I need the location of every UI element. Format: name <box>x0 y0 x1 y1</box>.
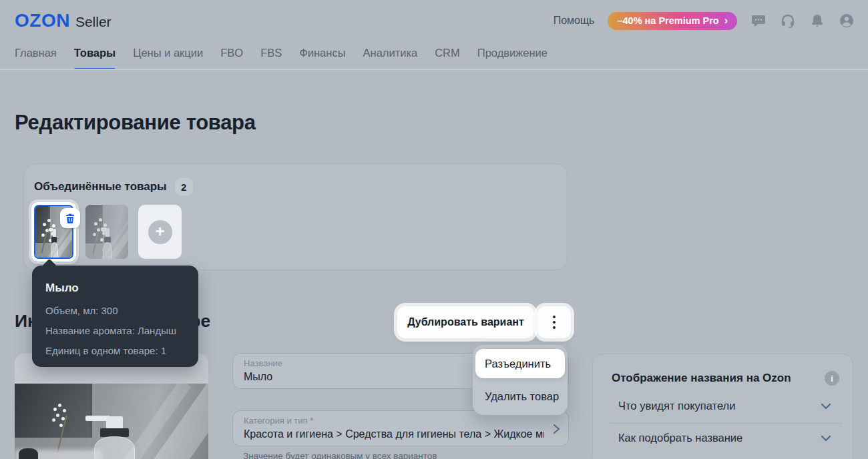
tooltip-attribute: Название аромата: Ландыш <box>45 321 185 341</box>
top-header: OZON Seller Помощь –40% на Premium Pro › <box>0 0 868 41</box>
chat-icon[interactable] <box>750 13 767 29</box>
product-photo-large <box>15 384 208 459</box>
panel-title: Отображение названия на Ozon <box>612 372 791 385</box>
merged-products-count-badge: 2 <box>175 178 193 195</box>
add-variant-tile[interactable]: + <box>138 205 182 259</box>
nav-divider <box>0 69 868 70</box>
ozon-seller-page: OZON Seller Помощь –40% на Premium Pro › <box>0 0 868 459</box>
tooltip-product-name: Мыло <box>45 282 185 295</box>
panel-divider <box>610 423 842 424</box>
merged-products-card: Объединённые товары 2 + <box>23 163 568 270</box>
chevron-right-icon: › <box>724 15 728 27</box>
main-nav: Главная Товары Цены и акции FBO FBS Фина… <box>15 41 548 69</box>
nav-item-prodvizhenie[interactable]: Продвижение <box>477 41 548 69</box>
nav-item-finansy[interactable]: Финансы <box>299 41 345 69</box>
name-field-label: Название <box>244 358 282 368</box>
accordion-how-to-choose-name[interactable]: Как подобрать название <box>618 432 831 444</box>
ozon-logo-text: OZON <box>15 10 70 31</box>
kebab-menu-button[interactable] <box>537 306 571 338</box>
accordion-label: Как подобрать название <box>618 432 742 444</box>
promo-label: –40% на Premium Pro <box>617 15 718 26</box>
profile-avatar-icon[interactable] <box>839 13 855 29</box>
seller-logo-text: Seller <box>75 14 112 30</box>
page-title: Редактирование товара <box>15 111 256 135</box>
variant-actions-menu: Разъединить Удалить товар <box>473 345 568 415</box>
category-field[interactable]: Категория и тип * Красота и гигиена > Ср… <box>232 410 569 446</box>
variant-info-tooltip: Мыло Объем, мл: 300 Название аромата: Ла… <box>32 266 198 367</box>
nav-item-crm[interactable]: CRM <box>435 41 460 69</box>
notifications-bell-icon[interactable] <box>809 13 825 29</box>
menu-item-delete-product[interactable]: Удалить товар <box>485 390 559 403</box>
category-field-hint: Значение будет одинаковым у всех вариант… <box>243 451 437 459</box>
nav-item-glavnaya[interactable]: Главная <box>15 41 57 69</box>
kebab-icon <box>553 316 556 318</box>
product-photo-card[interactable] <box>15 354 208 459</box>
product-variant-thumbnail[interactable] <box>85 205 128 259</box>
name-display-panel: Отображение названия на Ozon i Что увидя… <box>592 354 853 459</box>
trash-icon <box>65 213 75 223</box>
nav-item-analitika[interactable]: Аналитика <box>363 41 418 69</box>
duplicate-variant-button[interactable]: Дублировать вариант <box>397 306 534 338</box>
nav-item-tovary[interactable]: Товары <box>74 41 116 69</box>
chevron-right-icon <box>551 422 562 438</box>
accordion-what-buyers-see[interactable]: Что увидят покупатели <box>618 400 831 412</box>
info-icon[interactable]: i <box>825 371 839 386</box>
nav-item-tseny-i-aktsii[interactable]: Цены и акции <box>133 41 203 69</box>
product-photo <box>85 205 128 259</box>
category-field-label: Категория и тип * <box>244 416 313 426</box>
help-link[interactable]: Помощь <box>554 15 595 27</box>
premium-pro-promo-badge[interactable]: –40% на Premium Pro › <box>608 12 737 30</box>
plus-icon: + <box>148 220 172 244</box>
support-headphones-icon[interactable] <box>780 13 796 29</box>
delete-variant-button[interactable] <box>60 208 80 228</box>
chevron-down-icon <box>821 435 831 442</box>
nav-item-fbo[interactable]: FBO <box>220 41 243 69</box>
tooltip-attribute: Единиц в одном товаре: 1 <box>45 341 185 361</box>
chevron-down-icon <box>821 403 831 410</box>
ozon-seller-logo[interactable]: OZON Seller <box>15 10 112 31</box>
category-field-value: Красота и гигиена > Средства для гигиены… <box>244 428 544 440</box>
product-variant-thumbnail-selected[interactable] <box>31 202 76 262</box>
nav-item-fbs[interactable]: FBS <box>260 41 282 69</box>
menu-item-unmerge[interactable]: Разъединить <box>475 349 565 378</box>
accordion-label: Что увидят покупатели <box>618 400 735 412</box>
tooltip-attribute: Объем, мл: 300 <box>45 301 185 321</box>
merged-products-title: Объединённые товары <box>34 180 167 193</box>
